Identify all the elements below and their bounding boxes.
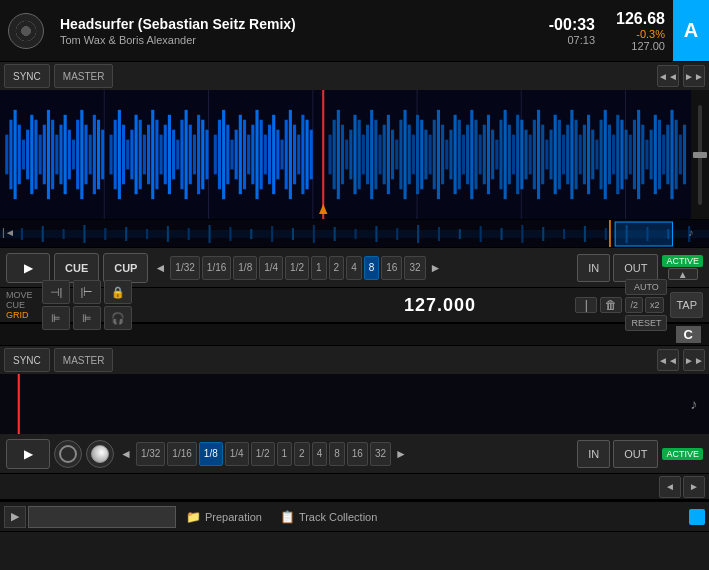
- deck-a-grid-btn[interactable]: ⊫: [42, 306, 70, 330]
- svg-rect-88: [358, 120, 361, 189]
- deck-a-lock-btn[interactable]: 🔒: [104, 280, 132, 304]
- deck-c-beat-1-16[interactable]: 1/16: [167, 442, 196, 466]
- deck-a-in-btn[interactable]: IN: [577, 254, 610, 282]
- library-play-btn[interactable]: ▶: [4, 506, 26, 528]
- deck-a-bpm-block: 126.68 -0.3% 127.00: [603, 0, 673, 61]
- deck-a-beat-1-8[interactable]: 1/8: [233, 256, 257, 280]
- svg-rect-38: [139, 120, 142, 189]
- library-header: ▶ 📁 Preparation 📋 Track Collection: [0, 502, 709, 532]
- deck-a-beat-1-32[interactable]: 1/32: [170, 256, 199, 280]
- deck-c-beat-1-32[interactable]: 1/32: [136, 442, 165, 466]
- deck-a-bpm-display: 127.000: [309, 295, 572, 316]
- deck-c-beat-prev[interactable]: ◄: [118, 447, 134, 461]
- deck-a-beat-1-16[interactable]: 1/16: [202, 256, 231, 280]
- svg-rect-66: [260, 120, 263, 189]
- deck-a-nav-fwd[interactable]: ►►: [683, 65, 705, 87]
- deck-a-tap-btn[interactable]: TAP: [670, 292, 703, 318]
- deck-a-reset-btn[interactable]: RESET: [625, 315, 667, 331]
- deck-a-beat-4[interactable]: 4: [346, 256, 362, 280]
- deck-a-beat-8[interactable]: 8: [364, 256, 380, 280]
- vinyl-icon: [8, 13, 44, 49]
- deck-a-cup-btn[interactable]: CUP: [103, 253, 148, 283]
- collection-folder-icon: 📋: [280, 510, 295, 524]
- svg-rect-50: [189, 125, 192, 185]
- deck-c-in-btn[interactable]: IN: [577, 440, 610, 468]
- deck-a-trash-btn[interactable]: 🗑: [600, 297, 622, 313]
- deck-c-beat-1-2[interactable]: 1/2: [251, 442, 275, 466]
- deck-a-cue-btn[interactable]: CUE: [54, 253, 99, 283]
- svg-rect-37: [135, 115, 138, 194]
- deck-a-beat-prev[interactable]: ◄: [152, 261, 168, 275]
- svg-rect-124: [508, 125, 511, 185]
- deck-a-move-out-btn[interactable]: |⊢: [73, 280, 101, 304]
- deck-a-overview-svg: |◄ ♪: [0, 220, 709, 248]
- move-label: MOVE: [6, 290, 38, 300]
- deck-a-sync-btn[interactable]: SYNC: [4, 64, 50, 88]
- deck-a-out-btn[interactable]: OUT: [613, 254, 658, 282]
- svg-rect-69: [272, 115, 275, 194]
- deck-a-cue-marker-btn[interactable]: |: [575, 297, 597, 313]
- deck-a-beat-16[interactable]: 16: [381, 256, 402, 280]
- deck-c-nav-back2[interactable]: ◄: [659, 476, 681, 498]
- deck-a-headphone-btn[interactable]: 🎧: [104, 306, 132, 330]
- deck-c-nav-fwd2[interactable]: ►: [683, 476, 705, 498]
- deck-a-play-btn[interactable]: ▶: [6, 253, 50, 283]
- deck-a-beat-1-2[interactable]: 1/2: [285, 256, 309, 280]
- deck-a-beat-1-4[interactable]: 1/4: [259, 256, 283, 280]
- svg-rect-189: [438, 227, 440, 241]
- library-folder-preparation[interactable]: 📁 Preparation: [178, 506, 270, 528]
- deck-c-record-btn[interactable]: [54, 440, 82, 468]
- svg-rect-73: [289, 110, 292, 199]
- svg-rect-192: [500, 228, 502, 240]
- deck-c-nav-back[interactable]: ◄◄: [657, 349, 679, 371]
- deck-a-beat-32[interactable]: 32: [404, 256, 425, 280]
- library-search-input[interactable]: [28, 506, 176, 528]
- deck-c-sync-btn[interactable]: SYNC: [4, 348, 50, 372]
- collection-label: Track Collection: [299, 511, 377, 523]
- svg-rect-135: [554, 115, 557, 194]
- deck-a-x2-btn[interactable]: x2: [645, 297, 665, 313]
- svg-rect-166: [683, 125, 686, 185]
- svg-rect-137: [562, 135, 565, 175]
- deck-c-beat-next[interactable]: ►: [393, 447, 409, 461]
- deck-c-beat-16[interactable]: 16: [347, 442, 368, 466]
- svg-rect-86: [349, 130, 352, 180]
- deck-a-div-btns: /2 x2: [625, 297, 667, 313]
- deck-c-beat-32[interactable]: 32: [370, 442, 391, 466]
- deck-c-master-btn[interactable]: MASTER: [54, 348, 114, 372]
- deck-c-nav-fwd[interactable]: ►►: [683, 349, 705, 371]
- deck-a-auto-btn[interactable]: AUTO: [625, 279, 667, 295]
- deck-c-beat-2[interactable]: 2: [294, 442, 310, 466]
- deck-c-play-btn[interactable]: ▶: [6, 439, 50, 469]
- svg-rect-114: [466, 125, 469, 185]
- deck-c-out-btn[interactable]: OUT: [613, 440, 658, 468]
- deck-c-beat-1-8[interactable]: 1/8: [199, 442, 223, 466]
- deck-a-beat-2[interactable]: 2: [329, 256, 345, 280]
- deck-c-beat-4[interactable]: 4: [312, 442, 328, 466]
- svg-rect-126: [516, 115, 519, 194]
- deck-c-beat-8[interactable]: 8: [329, 442, 345, 466]
- svg-rect-185: [355, 229, 357, 239]
- svg-rect-174: [125, 227, 127, 241]
- deck-a-move-in-btn[interactable]: ⊣|: [42, 280, 70, 304]
- svg-rect-97: [395, 140, 398, 170]
- svg-rect-101: [412, 135, 415, 175]
- deck-c-beat-1[interactable]: 1: [277, 442, 293, 466]
- svg-rect-111: [454, 115, 457, 194]
- svg-rect-173: [104, 228, 106, 240]
- deck-a-master-btn[interactable]: MASTER: [54, 64, 114, 88]
- deck-c: C SYNC MASTER ◄◄ ►► ♪ ▶ ◄ 1/32 1: [0, 324, 709, 500]
- pitch-slider-track: [698, 105, 702, 205]
- deck-a-nav-back[interactable]: ◄◄: [657, 65, 679, 87]
- deck-a-beat-next[interactable]: ►: [428, 261, 444, 275]
- svg-rect-119: [487, 115, 490, 194]
- deck-a-div2-btn[interactable]: /2: [625, 297, 643, 313]
- svg-rect-180: [250, 229, 252, 239]
- deck-c-beat-1-4[interactable]: 1/4: [225, 442, 249, 466]
- library-folder-collection[interactable]: 📋 Track Collection: [272, 506, 385, 528]
- deck-c-record-btn2[interactable]: [86, 440, 114, 468]
- deck-a-pitch-slider[interactable]: [691, 90, 709, 220]
- svg-rect-172: [83, 225, 85, 243]
- deck-a-beat-1[interactable]: 1: [311, 256, 327, 280]
- deck-a-grid2-btn[interactable]: ⊫: [73, 306, 101, 330]
